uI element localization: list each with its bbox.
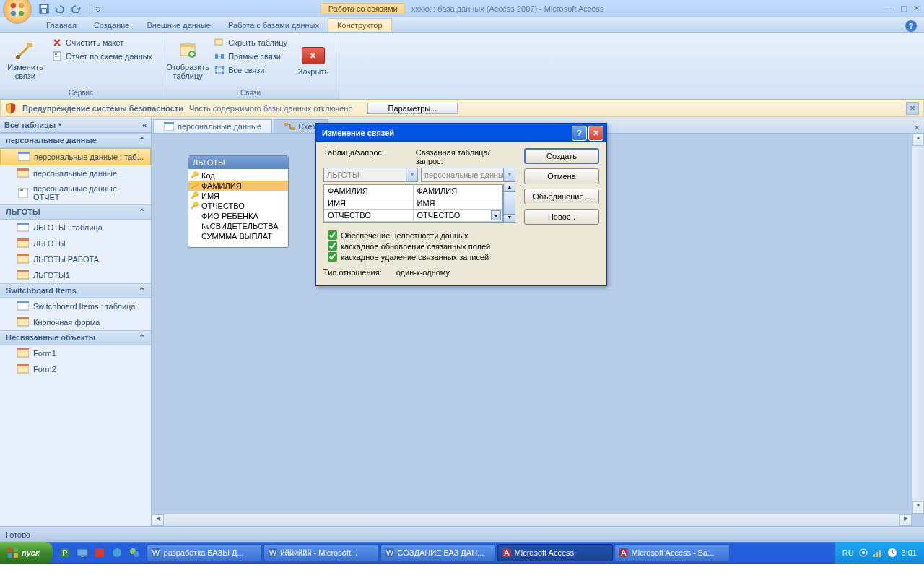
svg-rect-26	[17, 168, 29, 171]
nav-item[interactable]: персональные данные : таб...	[0, 148, 151, 165]
tray-signal-icon[interactable]	[873, 548, 883, 558]
nav-item[interactable]: ЛЬГОТЫ	[0, 236, 151, 251]
svg-rect-11	[55, 56, 59, 57]
nav-item[interactable]: Кнопочная форма	[0, 314, 151, 330]
relationship-report-button[interactable]: Отчет по схеме данных	[49, 50, 154, 63]
doc-tab[interactable]: персональные данные	[153, 119, 272, 133]
tab-create[interactable]: Создание	[85, 19, 139, 32]
svg-rect-16	[215, 39, 222, 40]
language-indicator[interactable]: RU	[842, 548, 854, 557]
dialog-close-icon[interactable]: ✕	[588, 126, 603, 141]
ql-app-icon[interactable]	[92, 545, 108, 561]
security-close-icon[interactable]: ×	[906, 102, 919, 115]
taskbar-task[interactable]: WСОЗДАНИЕ БАЗ ДАН...	[380, 544, 496, 561]
minimize-icon[interactable]: —	[886, 4, 894, 13]
ql-chat-icon[interactable]	[126, 545, 142, 561]
svg-rect-21	[215, 72, 217, 74]
ql-audio-icon[interactable]	[109, 545, 125, 561]
nav-item[interactable]: ЛЬГОТЫ1	[0, 267, 151, 283]
redo-icon[interactable]	[69, 2, 82, 15]
table-field[interactable]: 🔑ИМЯ	[188, 191, 288, 201]
horizontal-scrollbar[interactable]: ◀▶	[152, 514, 912, 526]
edit-relationships-button[interactable]: Изменить связи	[4, 35, 46, 85]
svg-rect-52	[14, 553, 18, 558]
tab-home[interactable]: Главная	[38, 19, 85, 32]
dialog-titlebar[interactable]: Изменение связей ? ✕	[316, 124, 606, 142]
nav-item[interactable]: Form2	[0, 361, 151, 377]
nav-item[interactable]: Form1	[0, 345, 151, 361]
taskbar-task[interactable]: Wразработка БАЗЫ Д...	[147, 544, 262, 561]
tab-external[interactable]: Внешние данные	[139, 19, 219, 32]
ql-project-icon[interactable]: P	[57, 545, 73, 561]
start-button[interactable]: пуск	[0, 542, 53, 564]
taskbar-task[interactable]: Wййййййй - Microsoft...	[263, 544, 379, 561]
svg-rect-17	[215, 54, 218, 59]
save-icon[interactable]	[38, 2, 51, 15]
vertical-scrollbar[interactable]: ▲▼	[912, 134, 924, 514]
close-icon[interactable]: ✕	[913, 4, 920, 13]
table-field[interactable]: СУМММА ВЫПЛАТ	[188, 231, 288, 241]
tab-design[interactable]: Конструктор	[328, 18, 392, 32]
tray-eye-icon[interactable]	[858, 548, 868, 558]
svg-rect-10	[55, 53, 57, 55]
cascade-delete-checkbox[interactable]: каскадное удаление связанных записей	[328, 251, 515, 262]
security-options-button[interactable]: Параметры...	[367, 103, 458, 114]
svg-point-2	[11, 10, 16, 15]
nav-item[interactable]: ЛЬГОТЫ : таблица	[0, 220, 151, 236]
svg-rect-13	[180, 44, 195, 47]
context-tab-header: Работа со связями	[321, 3, 406, 14]
close-button[interactable]: ✕ Закрыть	[292, 35, 334, 85]
cascade-update-checkbox[interactable]: каскадное обновление связанных полей	[328, 241, 515, 251]
cancel-button[interactable]: Отмена	[524, 168, 599, 184]
integrity-checkbox[interactable]: Обеспечение целостности данных	[328, 230, 515, 241]
spin-down-icon[interactable]: ▼	[504, 215, 515, 223]
table-combo[interactable]: ЛЬГОТЫ▾	[323, 168, 418, 182]
nav-item[interactable]: Switchboard Items : таблица	[0, 298, 151, 314]
join-button[interactable]: Объединение...	[524, 189, 599, 204]
table-field[interactable]: №СВИДЕТЕЛЬСТВА	[188, 221, 288, 231]
doc-tab-close-icon[interactable]: ×	[910, 122, 924, 133]
svg-rect-51	[8, 553, 12, 558]
nav-group-benefits[interactable]: ЛЬГОТЫ⌃	[0, 204, 151, 220]
dialog-help-icon[interactable]: ?	[572, 126, 587, 141]
qat-customize-icon[interactable]	[92, 2, 105, 15]
nav-group-switchboard[interactable]: Switchboard Items⌃	[0, 283, 151, 298]
ql-desktop-icon[interactable]	[74, 545, 90, 561]
nav-header[interactable]: Все таблицы ▾ «	[0, 117, 151, 133]
svg-rect-49	[8, 548, 12, 552]
svg-rect-74	[876, 552, 878, 557]
nav-item[interactable]: персональные данные	[0, 165, 151, 181]
undo-icon[interactable]	[53, 2, 66, 15]
taskbar-task[interactable]: AMicrosoft Access - Ба...	[614, 544, 730, 561]
quick-access-toolbar	[38, 2, 105, 15]
hide-table-button[interactable]: Скрыть таблицу	[212, 36, 289, 49]
nav-item[interactable]: персональные данные ОТЧЕТ	[0, 181, 151, 204]
restore-icon[interactable]: ▢	[900, 4, 907, 13]
new-button[interactable]: Новое..	[524, 209, 599, 225]
clear-layout-button[interactable]: Очистить макет	[49, 36, 154, 49]
tray-clock-icon[interactable]	[887, 548, 897, 558]
tab-dbtools[interactable]: Работа с базами данных	[219, 19, 328, 32]
help-icon[interactable]: ?	[905, 20, 917, 32]
table-box-benefits[interactable]: ЛЬГОТЫ 🔑Код🔑ФАМИЛИЯ🔑ИМЯ🔑ОТЧЕСТВОФИО РЕБЕ…	[188, 155, 289, 248]
tray-time[interactable]: 3:01	[902, 548, 917, 557]
direct-relationships-button[interactable]: Прямые связи	[212, 50, 289, 63]
shield-icon	[5, 103, 17, 114]
related-table-combo[interactable]: персональные данные▾	[421, 168, 515, 182]
security-warning-bar: Предупреждение системы безопасности Част…	[0, 100, 924, 117]
table-field[interactable]: 🔑ФАМИЛИЯ	[188, 181, 288, 191]
show-table-button[interactable]: Отобразить таблицу	[167, 35, 209, 85]
nav-item[interactable]: ЛЬГОТЫ РАБОТА	[0, 251, 151, 267]
spin-up-icon[interactable]: ▲	[504, 184, 515, 192]
status-bar: Готово	[0, 526, 924, 542]
table-field[interactable]: 🔑Код	[188, 171, 288, 181]
table-field[interactable]: ФИО РЕБЕНКА	[188, 211, 288, 221]
nav-group-personal[interactable]: персональные данные⌃	[0, 133, 151, 148]
table-field[interactable]: 🔑ОТЧЕСТВО	[188, 201, 288, 211]
nav-group-unrelated[interactable]: Несвязанные объекты⌃	[0, 330, 151, 345]
create-button[interactable]: Создать	[524, 148, 599, 164]
all-relationships-button[interactable]: Все связи	[212, 64, 289, 77]
taskbar-task[interactable]: AMicrosoft Access	[497, 544, 613, 561]
field-mapping-grid[interactable]: ФАМИЛИЯФАМИЛИЯ ИМЯИМЯ ОТЧЕСТВООТЧЕСТВО▾	[323, 184, 503, 223]
svg-text:W: W	[152, 548, 160, 557]
